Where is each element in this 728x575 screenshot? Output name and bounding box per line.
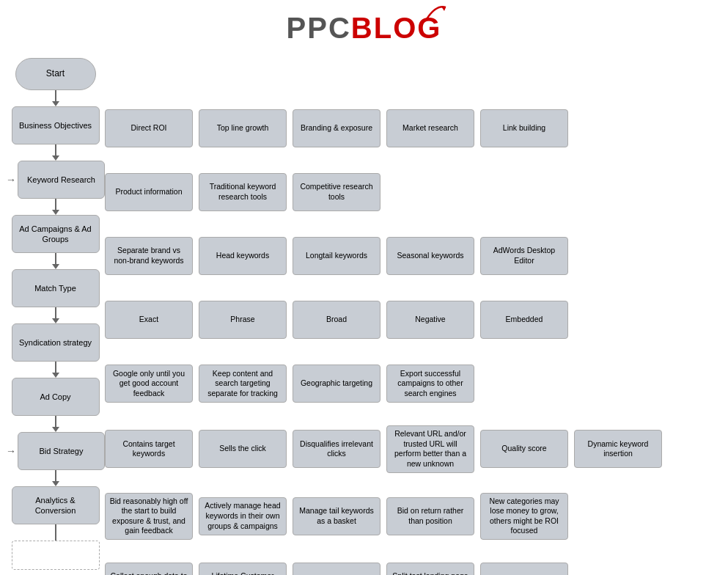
cell-bid-return: Bid on return rather than position: [386, 497, 474, 535]
cell-google-only: Google only until you get good account f…: [105, 365, 193, 403]
cell-dynamic-keyword: Dynamic keyword insertion: [574, 430, 662, 468]
cell-negative-label: Negative: [415, 315, 445, 325]
row-syndication: Google only until you get good account f…: [105, 362, 722, 406]
cell-target-keywords-label: Contains target keywords: [109, 439, 188, 459]
cell-manage-tail-label: Manage tail keywords as a basket: [297, 506, 376, 526]
row-business: Direct ROI Top line growth Branding & ex…: [105, 106, 722, 150]
cell-direct-roi: Direct ROI: [105, 109, 193, 147]
spacer-conn2: [105, 218, 722, 234]
cell-lifetime-value: Lifetime Customer Value: [199, 563, 287, 575]
cell-adwords-desktop-label: AdWords Desktop Editor: [485, 246, 564, 265]
cell-bid-reasonably: Bid reasonably high off the start to bui…: [105, 493, 193, 541]
box-ad-campaigns: Ad Campaigns & Ad Groups: [12, 215, 100, 253]
cell-exact: Exact: [105, 301, 193, 339]
cell-relevant-url-label: Relevant URL and/or trusted URL will per…: [391, 429, 470, 469]
cell-seasonal: Seasonal keywords: [386, 237, 474, 275]
connector-2: [52, 199, 59, 215]
cell-lifetime-value-label: Lifetime Customer Value: [203, 571, 282, 575]
cell-phrase-label: Phrase: [230, 315, 254, 325]
right-section: Direct ROI Top line growth Branding & ex…: [105, 58, 722, 575]
cell-broad: Broad: [293, 301, 380, 339]
cell-export-campaigns: Export successful campaigns to other sea…: [386, 365, 474, 403]
svg-marker-0: [441, 7, 446, 11]
cell-bid-reasonably-label: Bid reasonably high off the start to bui…: [109, 497, 188, 537]
cell-collect-data-label: Collect enough data to draw conclusions: [109, 571, 188, 575]
connector-7: [52, 470, 59, 486]
cell-content-search-label: Keep content and search targeting separa…: [203, 369, 282, 399]
row-analytics: Collect enough data to draw conclusions …: [105, 560, 722, 575]
box-bid-row: → Bid Strategy: [6, 432, 105, 470]
cell-branding-label: Branding & exposure: [301, 123, 372, 133]
cell-quality-score-label: Quality score: [501, 444, 546, 454]
cell-new-categories: New categories may lose money to grow, o…: [480, 493, 568, 541]
cell-head-keywords-label: Head keywords: [216, 251, 269, 261]
cell-trad-keyword-label: Traditional keyword research tools: [203, 182, 282, 202]
cell-head-keywords: Head keywords: [199, 237, 287, 275]
cell-target-keywords: Contains target keywords: [105, 430, 193, 468]
box-dashed-bottom: [12, 541, 100, 570]
cell-top-line: Top line growth: [199, 109, 287, 147]
spacer-conn0: [105, 90, 722, 106]
logo: PPC BLOG: [287, 12, 442, 45]
row-adcopy: Contains target keywords Sells the click…: [105, 425, 722, 473]
cell-product-info: Product information: [105, 173, 193, 211]
cell-disqualifies-label: Disqualifies irrelevant clicks: [297, 439, 376, 459]
spacer-conn5: [105, 409, 722, 425]
row-keyword: Product information Traditional keyword …: [105, 170, 722, 214]
box-keyword-research: Keyword Research: [18, 161, 105, 199]
cell-geo-targeting-label: Geographic targeting: [301, 378, 372, 389]
cell-segmentation: Segmentation: [480, 563, 568, 575]
connector-8: [55, 524, 56, 541]
box-adcopy-label: Ad Copy: [40, 392, 70, 402]
cell-embedded: Embedded: [480, 301, 568, 339]
spacer-conn3: [105, 282, 722, 298]
spacer-conn6: [105, 477, 722, 493]
cell-manage-head: Actively manage head keywords in their o…: [199, 497, 287, 535]
row-bidstrategy: Bid reasonably high off the start to bui…: [105, 493, 722, 541]
box-bid-label: Bid Strategy: [40, 446, 84, 456]
box-match-type: Match Type: [12, 269, 100, 307]
box-syndication-label: Syndication strategy: [19, 337, 92, 348]
box-syndication: Syndication strategy: [12, 323, 100, 362]
cell-content-search: Keep content and search targeting separa…: [199, 365, 287, 403]
logo-swoosh-icon: [425, 4, 447, 21]
cell-sells-click: Sells the click: [199, 430, 287, 468]
box-analytics: Analytics & Conversion: [12, 486, 100, 524]
box-start: Start: [15, 58, 96, 90]
cell-bid-return-label: Bid on return rather than position: [391, 506, 470, 526]
cell-negative: Negative: [386, 301, 474, 339]
cell-link-building-label: Link building: [503, 123, 545, 133]
cell-trad-keyword: Traditional keyword research tools: [199, 173, 287, 211]
box-business-objectives: Business Objectives: [12, 106, 100, 144]
box-start-label: Start: [46, 68, 65, 80]
connector-6: [52, 416, 59, 432]
cell-branding: Branding & exposure: [293, 109, 380, 147]
cell-sells-click-label: Sells the click: [219, 444, 266, 454]
cell-disqualifies: Disqualifies irrelevant clicks: [293, 430, 380, 468]
cell-link-building: Link building: [480, 109, 568, 147]
cell-market-research-label: Market research: [402, 123, 458, 133]
cell-longtail-label: Longtail keywords: [306, 251, 367, 261]
box-analytics-label: Analytics & Conversion: [16, 495, 95, 516]
header: PPC BLOG: [6, 7, 722, 49]
cell-seasonal-label: Seasonal keywords: [397, 251, 463, 261]
cell-split-test-landing: Split test landing page & conversion pro…: [386, 563, 474, 575]
box-keyword-row: → Keyword Research: [6, 161, 105, 199]
connector-5: [52, 362, 59, 378]
cell-longtail: Longtail keywords: [293, 237, 380, 275]
cell-market-research: Market research: [386, 109, 474, 147]
cell-manage-tail: Manage tail keywords as a basket: [293, 497, 380, 535]
left-arrow-bid-icon: →: [6, 445, 16, 457]
spacer-conn7: [105, 543, 722, 560]
cell-brand-nonbrand-label: Separate brand vs non-brand keywords: [109, 246, 188, 265]
cell-split-test-copy: Split test ad copy: [293, 563, 380, 575]
cell-quality-score: Quality score: [480, 430, 568, 468]
spacer-start: [105, 58, 722, 90]
logo-ppc: PPC: [287, 12, 351, 45]
cell-exact-label: Exact: [139, 315, 158, 325]
cell-adwords-desktop: AdWords Desktop Editor: [480, 237, 568, 275]
logo-blog: BLOG: [351, 12, 442, 45]
diagram: Start Business Objectives → Keyword Rese…: [6, 58, 722, 575]
cell-geo-targeting: Geographic targeting: [293, 365, 380, 403]
box-adcamp-label: Ad Campaigns & Ad Groups: [16, 224, 95, 245]
